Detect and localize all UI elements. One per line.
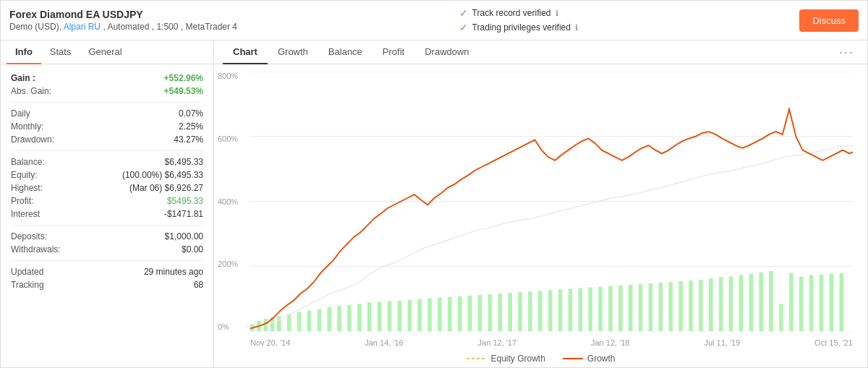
equity-value: (100.00%) $6,495.33 <box>122 170 203 180</box>
divider-4 <box>11 260 203 261</box>
highest-label: Highest: <box>11 183 43 193</box>
balance-label: Balance: <box>11 157 45 167</box>
svg-rect-60 <box>789 273 793 331</box>
chart-svg <box>250 72 853 331</box>
equity-label: Equity: <box>11 170 38 180</box>
daily-label: Daily <box>11 108 30 119</box>
monthly-row: Monthly: 2.25% <box>11 120 203 133</box>
header: Forex Diamond EA USDJPY Demo (USD), Alpa… <box>1 1 867 40</box>
main-container: Forex Diamond EA USDJPY Demo (USD), Alpa… <box>0 0 868 368</box>
svg-rect-19 <box>378 301 382 331</box>
svg-rect-64 <box>830 274 834 331</box>
svg-rect-11 <box>297 312 302 331</box>
discuss-button[interactable]: Discuss <box>799 9 859 32</box>
x-label-3: Jan 12, '17 <box>478 338 516 347</box>
tracking-row: Tracking 68 <box>11 278 203 291</box>
svg-rect-56 <box>749 274 754 331</box>
alpari-link[interactable]: Alpari RU <box>64 22 101 32</box>
updated-label: Updated <box>11 267 43 277</box>
svg-rect-49 <box>678 281 683 331</box>
svg-rect-29 <box>478 295 482 331</box>
balance-row: Balance: $6,495.33 <box>11 155 203 168</box>
svg-rect-51 <box>699 280 703 331</box>
x-label-4: Jan 12, '18 <box>591 338 629 347</box>
chart-tab-profit[interactable]: Profit <box>373 40 414 64</box>
svg-rect-22 <box>408 300 412 331</box>
check-icon-2: ✓ <box>459 22 468 33</box>
drawdown-row: Drawdown: 43.27% <box>11 133 203 146</box>
chart-tab-chart[interactable]: Chart <box>223 40 268 64</box>
growth-legend-icon <box>563 355 583 362</box>
y-label-400: 400% <box>218 197 238 206</box>
tab-info[interactable]: Info <box>7 40 41 64</box>
tracking-label: Tracking <box>11 280 44 290</box>
svg-rect-50 <box>689 281 693 331</box>
chart-area: 800% 600% 400% 200% 0% <box>214 64 867 367</box>
tab-general[interactable]: General <box>80 40 130 64</box>
deposits-label: Deposits: <box>11 231 47 241</box>
info-panel: Gain : +552.96% Abs. Gain: +549.53% Dail… <box>1 64 213 367</box>
svg-rect-25 <box>438 298 442 331</box>
equity-legend-icon <box>466 355 486 362</box>
monthly-label: Monthly: <box>11 121 43 132</box>
track-record-label: Track record verified <box>472 8 551 18</box>
trading-privileges-label: Trading privileges verified <box>472 22 571 33</box>
svg-rect-47 <box>659 283 663 331</box>
info-icon-1[interactable]: ℹ <box>556 9 558 18</box>
deposits-row: Deposits: $1,000.00 <box>11 230 203 243</box>
svg-rect-12 <box>307 311 312 331</box>
x-label-6: Oct 15, '21 <box>814 338 853 347</box>
profit-row: Profit: $5495.33 <box>11 194 203 207</box>
svg-rect-61 <box>799 276 804 331</box>
monthly-value: 2.25% <box>179 121 203 132</box>
svg-rect-58 <box>769 271 773 331</box>
withdrawals-value: $0.00 <box>182 244 203 254</box>
check-icon-1: ✓ <box>459 7 468 19</box>
svg-rect-27 <box>458 296 462 331</box>
svg-rect-26 <box>448 297 452 331</box>
divider-1 <box>11 102 203 103</box>
chart-tab-balance[interactable]: Balance <box>318 40 373 64</box>
right-panel: Chart Growth Balance Profit Drawdown ···… <box>214 40 867 367</box>
svg-rect-57 <box>759 273 763 331</box>
svg-rect-42 <box>608 286 613 331</box>
svg-rect-54 <box>729 276 733 331</box>
header-subtitle: Demo (USD), Alpari RU , Automated , 1:50… <box>9 22 237 32</box>
x-label-5: Jul 11, '19 <box>704 338 740 347</box>
tab-stats[interactable]: Stats <box>41 40 80 64</box>
svg-rect-16 <box>347 305 352 331</box>
svg-rect-14 <box>327 307 331 331</box>
svg-rect-62 <box>809 275 814 331</box>
chart-tab-drawdown[interactable]: Drawdown <box>414 40 479 64</box>
info-icon-2[interactable]: ℹ <box>575 23 578 33</box>
chart-tab-growth[interactable]: Growth <box>268 40 318 64</box>
interest-value: -$1471.81 <box>164 209 203 219</box>
svg-rect-39 <box>579 288 583 331</box>
legend-growth: Growth <box>563 354 616 364</box>
abs-gain-value: +549.53% <box>164 86 203 96</box>
y-label-200: 200% <box>218 260 238 268</box>
verification-section: ✓ Track record verified ℹ ✓ Trading priv… <box>459 7 578 33</box>
equity-row: Equity: (100.00%) $6,495.33 <box>11 168 203 181</box>
legend-growth-label: Growth <box>587 354 616 364</box>
svg-rect-35 <box>538 291 542 331</box>
svg-rect-34 <box>528 291 532 331</box>
svg-rect-36 <box>548 290 553 331</box>
svg-rect-24 <box>427 299 432 331</box>
daily-row: Daily 0.07% <box>11 107 203 120</box>
svg-rect-44 <box>629 285 633 331</box>
withdrawals-label: Withdrawals: <box>11 244 61 254</box>
x-axis: Nov 20, '14 Jan 14, '16 Jan 12, '17 Jan … <box>250 338 853 347</box>
svg-rect-40 <box>588 288 592 331</box>
svg-rect-55 <box>739 275 744 331</box>
svg-rect-46 <box>649 283 653 331</box>
left-panel: Info Stats General Gain : +552.96% Abs. … <box>1 40 214 367</box>
balance-value: $6,495.33 <box>165 157 203 167</box>
svg-rect-13 <box>318 309 322 331</box>
svg-rect-59 <box>779 304 783 331</box>
more-options-button[interactable]: ··· <box>835 42 859 63</box>
svg-rect-41 <box>598 287 603 331</box>
interest-label: Interest <box>11 209 40 219</box>
svg-rect-9 <box>277 316 281 331</box>
highest-value: (Mar 06) $6,926.27 <box>129 183 203 193</box>
